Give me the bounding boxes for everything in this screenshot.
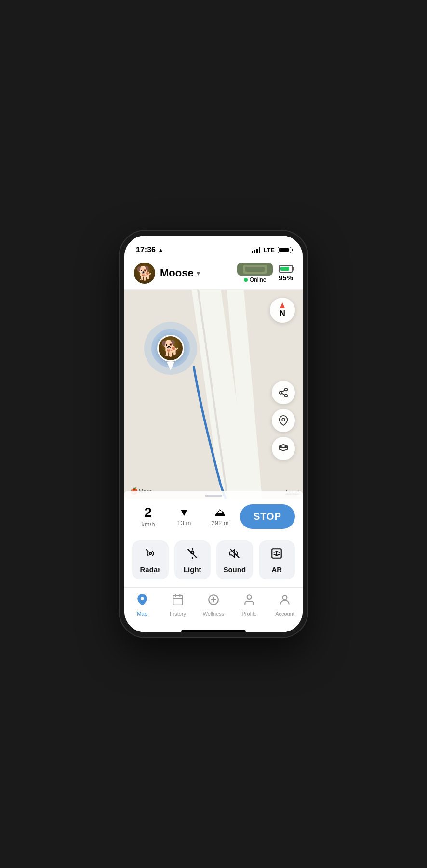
ar-label: AR [271,566,282,574]
nav-item-wellness[interactable]: Wellness [196,592,231,618]
altitude-value: 292 m [212,519,229,526]
nav-item-history[interactable]: History [160,592,196,618]
online-dot [244,278,248,282]
speed-stat: 2 km/h [132,505,164,528]
stop-button[interactable]: STOP [240,504,295,529]
svg-point-11 [191,551,194,554]
device-tracker [237,263,273,276]
pet-name: Moose [160,267,194,279]
distance-stat: ▼ 13 m [168,507,200,526]
light-label: Light [184,566,201,574]
status-icons: LTE [252,247,291,254]
pet-marker-avatar: 🐕 [157,335,184,362]
share-button[interactable] [272,381,295,404]
chevron-down-icon: ▾ [197,269,200,277]
time-display: 17:36 [136,246,156,254]
radar-label: Radar [140,566,160,574]
tracker-chip [243,265,267,274]
profile-nav-icon [243,593,255,609]
direction-icon: ▼ [179,507,189,518]
svg-line-9 [146,549,147,550]
pet-marker-image: 🐕 [159,336,183,360]
battery-icon [278,247,291,253]
mountain-icon: ⛰ [215,507,226,518]
ar-button[interactable]: AR [259,540,295,579]
sound-label: Sound [223,566,246,574]
online-label: Online [250,276,267,283]
nav-label-account: Account [275,611,294,617]
svg-point-16 [141,597,144,601]
device-battery-row [279,265,293,273]
sound-icon [228,547,241,563]
location-arrow-icon: ▲ [158,247,164,254]
compass: N [270,298,295,323]
status-bar: 17:36 ▲ LTE [124,236,303,259]
signal-bar-3 [256,249,258,253]
radar-button[interactable]: Radar [132,540,169,579]
svg-marker-6 [280,445,288,447]
compass-north-label: N [280,309,285,318]
app-header: Moose ▾ Online 95% [124,259,303,290]
light-icon [186,547,199,563]
location-pin-button[interactable] [272,409,295,432]
pet-info[interactable]: Moose ▾ [134,263,200,284]
sound-button[interactable]: Sound [216,540,253,579]
sheet-handle [205,495,222,497]
pet-avatar-image [134,263,155,284]
speed-value: 2 [145,505,152,520]
speed-unit: km/h [141,521,155,528]
svg-line-3 [282,393,285,395]
compass-arrow-icon [280,302,285,308]
svg-rect-17 [173,595,183,605]
ar-icon [270,547,283,563]
radar-icon [144,547,157,563]
altitude-stat: ⛰ 292 m [204,507,236,526]
svg-point-22 [247,595,252,599]
svg-point-23 [283,595,287,600]
pet-name-row[interactable]: Moose ▾ [160,267,200,279]
pet-marker: 🐕 [157,335,184,362]
pet-avatar [134,263,155,284]
nav-label-history: History [170,611,186,617]
map-nav-icon [136,593,148,609]
distance-value: 13 m [177,519,191,526]
status-time: 17:36 ▲ [136,246,164,254]
home-indicator [181,630,246,632]
signal-bar-2 [254,250,255,253]
history-nav-icon [172,593,184,609]
bottom-nav: Map History Wellness Pr [124,587,303,628]
map-action-buttons [272,381,295,460]
wellness-nav-icon [207,593,220,609]
marker-pin-icon [167,362,174,370]
signal-bar-4 [259,247,260,253]
device-battery-icon [279,265,293,273]
battery-fill [279,248,289,252]
nav-item-map[interactable]: Map [124,592,160,618]
map-container[interactable]: N 🐕 [124,290,303,499]
action-buttons-row: Radar Light Sound [124,537,303,587]
nav-item-profile[interactable]: Profile [231,592,267,618]
network-type: LTE [263,247,275,254]
light-button[interactable]: Light [174,540,211,579]
stats-panel: 2 km/h ▼ 13 m ⛰ 292 m STOP [124,499,303,537]
map-layers-button[interactable] [272,437,295,460]
nav-label-profile: Profile [241,611,256,617]
svg-point-8 [149,552,151,554]
svg-line-4 [282,390,285,392]
svg-point-5 [282,418,285,421]
account-nav-icon [279,593,291,609]
nav-label-wellness: Wellness [203,611,224,617]
signal-bars [252,247,260,253]
online-status: Online [244,276,267,283]
nav-label-map: Map [137,611,147,617]
nav-item-account[interactable]: Account [267,592,303,618]
phone-shell: 17:36 ▲ LTE Moose ▾ [120,231,307,637]
signal-bar-1 [252,251,253,253]
battery-percent: 95% [279,274,293,282]
device-battery-fill [280,267,289,271]
